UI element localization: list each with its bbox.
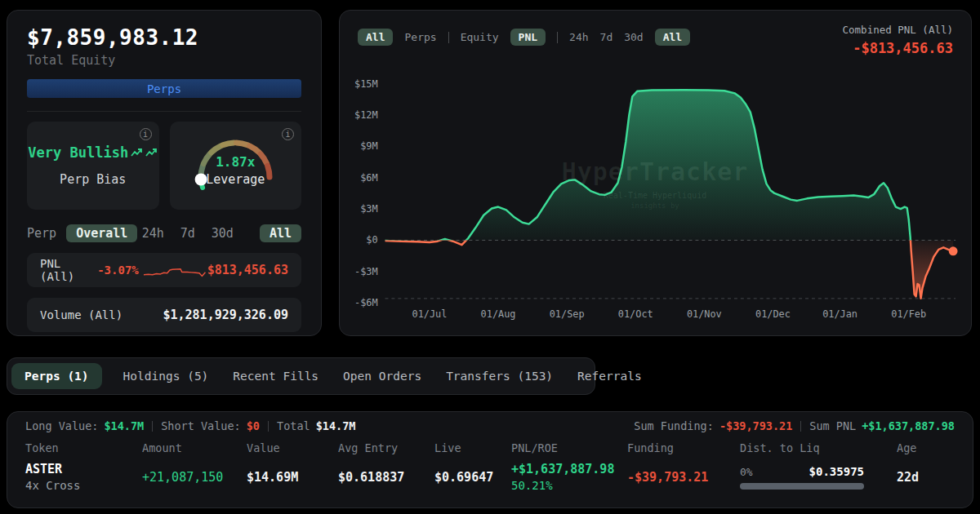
leverage-value: 1.87x bbox=[170, 154, 302, 170]
token-leverage: 4x Cross bbox=[25, 479, 142, 492]
col-avg-entry: Avg Entry bbox=[338, 441, 434, 454]
equity-panel: $7,859,983.12 Total Equity Perps Very Bu… bbox=[7, 10, 322, 336]
dist-to-liq-bar bbox=[740, 483, 864, 490]
long-value: $14.7M bbox=[104, 419, 144, 432]
scope-label: Perp bbox=[27, 226, 56, 241]
svg-text:01/Jul: 01/Jul bbox=[412, 308, 448, 320]
trend-up-icon bbox=[131, 148, 143, 158]
table-header: Token Amount Value Avg Entry Live PNL/RO… bbox=[7, 441, 973, 454]
short-value-label: Short Value: bbox=[161, 419, 241, 432]
dist-percent: 0% bbox=[740, 466, 753, 478]
filter-account-perps[interactable]: Perps bbox=[404, 31, 436, 43]
pnl-sparkline bbox=[144, 259, 207, 281]
cell-pnl: +$1,637,887.98 bbox=[511, 462, 627, 476]
divider bbox=[268, 421, 269, 432]
dist-price: $0.35975 bbox=[809, 465, 864, 478]
total-value: $14.7M bbox=[316, 419, 356, 432]
divider bbox=[800, 421, 801, 432]
total-equity-value: $7,859,983.12 bbox=[27, 25, 301, 50]
col-age: Age bbox=[897, 441, 955, 454]
sum-funding-label: Sum Funding: bbox=[634, 419, 714, 432]
svg-text:01/Dec: 01/Dec bbox=[755, 308, 791, 320]
col-live: Live bbox=[434, 441, 511, 454]
col-dist-to-liq: Dist. to Liq bbox=[740, 441, 897, 454]
chart-panel: All Perps Equity PNL 24h 7d 30d All Comb… bbox=[339, 10, 972, 336]
col-pnl-roe: PNL/ROE bbox=[511, 441, 627, 454]
filter-range-all[interactable]: All bbox=[655, 29, 690, 46]
svg-text:$3M: $3M bbox=[360, 203, 377, 215]
tab-recent-fills[interactable]: Recent Fills bbox=[233, 370, 318, 383]
tab-holdings[interactable]: Holdings (5) bbox=[123, 370, 209, 383]
sum-funding-value: -$39,793.21 bbox=[719, 419, 792, 432]
col-value: Value bbox=[247, 441, 338, 454]
token-name: ASTER bbox=[25, 462, 142, 476]
svg-text:-$3M: -$3M bbox=[354, 266, 378, 277]
pnl-row: PNL (All) -3.07% $813,456.63 bbox=[27, 253, 301, 287]
perp-bias-label: Perp Bias bbox=[60, 172, 126, 187]
trend-up-icon bbox=[145, 148, 158, 158]
range-30d[interactable]: 30d bbox=[212, 226, 234, 241]
divider bbox=[152, 421, 153, 432]
cell-roe: 50.21% bbox=[511, 479, 627, 492]
divider bbox=[27, 111, 301, 112]
short-value: $0 bbox=[247, 419, 260, 432]
sum-pnl-value: +$1,637,887.98 bbox=[862, 419, 955, 432]
cell-funding: -$39,793.21 bbox=[627, 470, 740, 485]
info-icon[interactable] bbox=[140, 128, 152, 140]
divider bbox=[448, 32, 449, 43]
svg-text:01/Jan: 01/Jan bbox=[822, 308, 858, 320]
perps-button[interactable]: Perps bbox=[27, 79, 301, 98]
col-amount: Amount bbox=[142, 441, 247, 454]
pnl-value: $813,456.63 bbox=[207, 263, 288, 277]
combined-pnl-value: -$813,456.63 bbox=[843, 40, 953, 56]
pnl-percent: -3.07% bbox=[97, 264, 139, 277]
filter-range-7d[interactable]: 7d bbox=[600, 31, 613, 43]
perp-bias-card: Very Bullish Perp Bias bbox=[27, 122, 159, 210]
svg-text:01/Nov: 01/Nov bbox=[687, 308, 722, 320]
sum-pnl-label: Sum PNL bbox=[809, 419, 856, 432]
tab-referrals[interactable]: Referrals bbox=[577, 370, 642, 383]
svg-text:-$6M: -$6M bbox=[354, 297, 378, 308]
perp-bias-value: Very Bullish bbox=[28, 144, 128, 161]
range-7d[interactable]: 7d bbox=[180, 226, 195, 241]
svg-text:01/Sep: 01/Sep bbox=[550, 308, 585, 320]
svg-text:$9M: $9M bbox=[360, 140, 377, 152]
svg-text:01/Aug: 01/Aug bbox=[481, 308, 516, 320]
filter-account-all[interactable]: All bbox=[358, 29, 393, 46]
svg-text:01/Feb: 01/Feb bbox=[891, 308, 926, 320]
total-label: Total bbox=[277, 419, 310, 432]
svg-text:$0: $0 bbox=[366, 234, 377, 246]
total-equity-label: Total Equity bbox=[27, 53, 301, 68]
leverage-label: Leverage bbox=[170, 172, 302, 187]
cell-age: 22d bbox=[897, 470, 955, 485]
combined-pnl-label: Combined PNL (All) bbox=[843, 24, 953, 36]
long-value-label: Long Value: bbox=[25, 419, 98, 432]
scope-overall-pill[interactable]: Overall bbox=[66, 224, 137, 242]
tab-transfers[interactable]: Transfers (153) bbox=[446, 370, 553, 383]
leverage-card: 1.87x Leverage bbox=[170, 122, 302, 210]
divider bbox=[557, 32, 558, 43]
table-row[interactable]: ASTER 4x Cross +21,087,150 $14.69M $0.61… bbox=[7, 462, 973, 492]
svg-text:$6M: $6M bbox=[360, 172, 377, 184]
tab-perps[interactable]: Perps (1) bbox=[11, 363, 102, 389]
pnl-label: PNL (All) bbox=[40, 257, 91, 283]
svg-text:$12M: $12M bbox=[354, 109, 378, 121]
filter-range-24h[interactable]: 24h bbox=[569, 31, 588, 43]
filter-metric-equity[interactable]: Equity bbox=[461, 31, 499, 43]
svg-text:01/Oct: 01/Oct bbox=[618, 308, 653, 320]
col-token: Token bbox=[25, 441, 142, 454]
range-all-pill[interactable]: All bbox=[260, 224, 301, 242]
filter-range-30d[interactable]: 30d bbox=[624, 31, 643, 43]
positions-panel: Long Value: $14.7M Short Value: $0 Total… bbox=[7, 411, 973, 508]
col-funding: Funding bbox=[627, 441, 740, 454]
tab-open-orders[interactable]: Open Orders bbox=[343, 370, 421, 383]
volume-value: $1,281,929,326.09 bbox=[163, 308, 288, 322]
pnl-chart: $15M$12M$9M$6M$3M$0-$3M-$6M01/Jul01/Aug0… bbox=[348, 63, 962, 326]
tab-bar: Perps (1) Holdings (5) Recent Fills Open… bbox=[7, 357, 595, 395]
volume-row: Volume (All) $1,281,929,326.09 bbox=[27, 298, 301, 332]
range-24h[interactable]: 24h bbox=[142, 226, 164, 241]
volume-label: Volume (All) bbox=[40, 308, 122, 321]
svg-text:$15M: $15M bbox=[354, 78, 378, 90]
filter-metric-pnl[interactable]: PNL bbox=[510, 29, 546, 46]
cell-amount: +21,087,150 bbox=[142, 470, 247, 485]
